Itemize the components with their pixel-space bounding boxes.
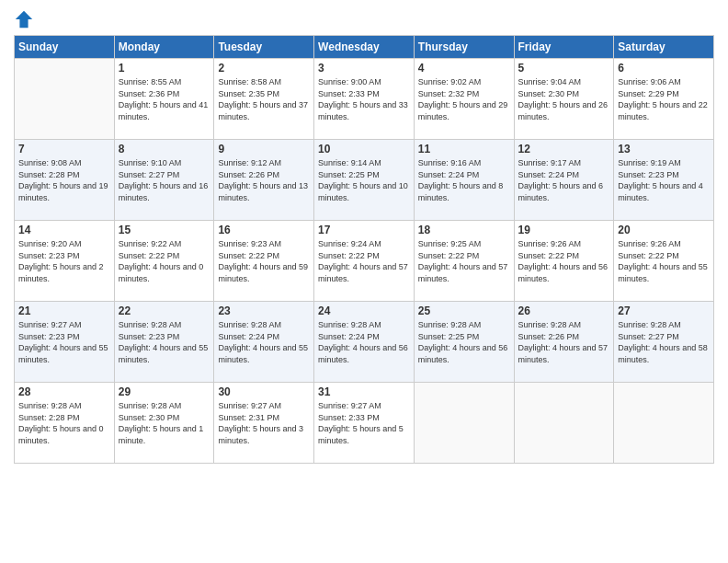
day-number: 5	[518, 62, 610, 75]
day-cell	[414, 383, 514, 464]
day-info: Sunrise: 9:26 AMSunset: 2:22 PMDaylight:…	[618, 238, 710, 284]
day-info: Sunrise: 9:28 AMSunset: 2:28 PMDaylight:…	[18, 400, 110, 446]
day-cell: 11Sunrise: 9:16 AMSunset: 2:24 PMDayligh…	[414, 140, 514, 221]
day-cell: 1Sunrise: 8:55 AMSunset: 2:36 PMDaylight…	[114, 59, 214, 140]
day-cell: 27Sunrise: 9:28 AMSunset: 2:27 PMDayligh…	[614, 302, 714, 383]
day-cell	[614, 383, 714, 464]
day-info: Sunrise: 9:28 AMSunset: 2:26 PMDaylight:…	[518, 319, 610, 365]
day-cell: 18Sunrise: 9:25 AMSunset: 2:22 PMDayligh…	[414, 221, 514, 302]
day-cell: 31Sunrise: 9:27 AMSunset: 2:33 PMDayligh…	[314, 383, 415, 464]
day-cell: 9Sunrise: 9:12 AMSunset: 2:26 PMDaylight…	[214, 140, 314, 221]
weekday-header-tuesday: Tuesday	[214, 36, 314, 59]
week-row-2: 7Sunrise: 9:08 AMSunset: 2:28 PMDaylight…	[15, 140, 714, 221]
day-cell: 7Sunrise: 9:08 AMSunset: 2:28 PMDaylight…	[15, 140, 115, 221]
day-info: Sunrise: 9:08 AMSunset: 2:28 PMDaylight:…	[18, 157, 110, 203]
day-info: Sunrise: 9:10 AMSunset: 2:27 PMDaylight:…	[119, 157, 210, 203]
day-cell: 17Sunrise: 9:24 AMSunset: 2:22 PMDayligh…	[314, 221, 415, 302]
weekday-header-row: SundayMondayTuesdayWednesdayThursdayFrid…	[15, 36, 714, 59]
weekday-header-wednesday: Wednesday	[314, 36, 415, 59]
day-number: 27	[618, 304, 710, 317]
logo	[14, 9, 38, 29]
day-info: Sunrise: 9:12 AMSunset: 2:26 PMDaylight:…	[218, 157, 310, 203]
day-number: 7	[18, 143, 110, 155]
day-info: Sunrise: 9:19 AMSunset: 2:23 PMDaylight:…	[618, 157, 710, 203]
day-info: Sunrise: 9:28 AMSunset: 2:27 PMDaylight:…	[618, 319, 710, 365]
day-info: Sunrise: 9:28 AMSunset: 2:30 PMDaylight:…	[119, 400, 210, 446]
day-number: 3	[318, 62, 410, 75]
day-number: 4	[418, 62, 510, 75]
day-cell	[514, 383, 614, 464]
day-number: 17	[318, 224, 410, 236]
week-row-4: 21Sunrise: 9:27 AMSunset: 2:23 PMDayligh…	[15, 302, 714, 383]
day-number: 18	[418, 224, 510, 236]
day-info: Sunrise: 9:02 AMSunset: 2:32 PMDaylight:…	[418, 76, 510, 122]
weekday-header-monday: Monday	[114, 36, 214, 59]
week-row-5: 28Sunrise: 9:28 AMSunset: 2:28 PMDayligh…	[15, 383, 714, 464]
day-number: 26	[518, 304, 610, 317]
day-number: 30	[218, 385, 310, 398]
day-info: Sunrise: 9:27 AMSunset: 2:31 PMDaylight:…	[218, 400, 310, 446]
day-number: 19	[518, 224, 610, 236]
day-number: 21	[18, 304, 110, 317]
svg-marker-0	[16, 11, 32, 28]
day-cell: 12Sunrise: 9:17 AMSunset: 2:24 PMDayligh…	[514, 140, 614, 221]
day-number: 9	[218, 143, 310, 155]
week-row-1: 1Sunrise: 8:55 AMSunset: 2:36 PMDaylight…	[15, 59, 714, 140]
calendar-table: SundayMondayTuesdayWednesdayThursdayFrid…	[14, 35, 714, 464]
day-number: 12	[518, 143, 610, 155]
day-number: 29	[119, 385, 210, 398]
weekday-header-thursday: Thursday	[414, 36, 514, 59]
day-info: Sunrise: 9:23 AMSunset: 2:22 PMDaylight:…	[218, 238, 310, 284]
day-cell: 28Sunrise: 9:28 AMSunset: 2:28 PMDayligh…	[15, 383, 115, 464]
day-cell: 4Sunrise: 9:02 AMSunset: 2:32 PMDaylight…	[414, 59, 514, 140]
day-cell: 25Sunrise: 9:28 AMSunset: 2:25 PMDayligh…	[414, 302, 514, 383]
day-info: Sunrise: 9:28 AMSunset: 2:23 PMDaylight:…	[119, 319, 210, 365]
weekday-header-saturday: Saturday	[614, 36, 714, 59]
day-info: Sunrise: 8:55 AMSunset: 2:36 PMDaylight:…	[119, 76, 210, 122]
day-cell: 23Sunrise: 9:28 AMSunset: 2:24 PMDayligh…	[214, 302, 314, 383]
day-number: 24	[318, 304, 410, 317]
day-cell: 29Sunrise: 9:28 AMSunset: 2:30 PMDayligh…	[114, 383, 214, 464]
day-number: 25	[418, 304, 510, 317]
day-number: 20	[618, 224, 710, 236]
page: SundayMondayTuesdayWednesdayThursdayFrid…	[0, 0, 728, 563]
day-info: Sunrise: 9:17 AMSunset: 2:24 PMDaylight:…	[518, 157, 610, 203]
day-cell: 14Sunrise: 9:20 AMSunset: 2:23 PMDayligh…	[15, 221, 115, 302]
day-info: Sunrise: 9:06 AMSunset: 2:29 PMDaylight:…	[618, 76, 710, 122]
day-number: 31	[318, 385, 410, 398]
day-info: Sunrise: 9:27 AMSunset: 2:33 PMDaylight:…	[318, 400, 410, 446]
day-cell: 3Sunrise: 9:00 AMSunset: 2:33 PMDaylight…	[314, 59, 415, 140]
day-cell: 26Sunrise: 9:28 AMSunset: 2:26 PMDayligh…	[514, 302, 614, 383]
day-cell: 20Sunrise: 9:26 AMSunset: 2:22 PMDayligh…	[614, 221, 714, 302]
day-info: Sunrise: 9:00 AMSunset: 2:33 PMDaylight:…	[318, 76, 410, 122]
day-cell: 8Sunrise: 9:10 AMSunset: 2:27 PMDaylight…	[114, 140, 214, 221]
day-info: Sunrise: 9:04 AMSunset: 2:30 PMDaylight:…	[518, 76, 610, 122]
day-info: Sunrise: 9:28 AMSunset: 2:24 PMDaylight:…	[218, 319, 310, 365]
day-info: Sunrise: 9:28 AMSunset: 2:24 PMDaylight:…	[318, 319, 410, 365]
day-info: Sunrise: 9:27 AMSunset: 2:23 PMDaylight:…	[18, 319, 110, 365]
day-number: 28	[18, 385, 110, 398]
day-cell: 30Sunrise: 9:27 AMSunset: 2:31 PMDayligh…	[214, 383, 314, 464]
day-cell: 19Sunrise: 9:26 AMSunset: 2:22 PMDayligh…	[514, 221, 614, 302]
day-cell: 15Sunrise: 9:22 AMSunset: 2:22 PMDayligh…	[114, 221, 214, 302]
day-number: 11	[418, 143, 510, 155]
day-info: Sunrise: 9:22 AMSunset: 2:22 PMDaylight:…	[119, 238, 210, 284]
day-info: Sunrise: 8:58 AMSunset: 2:35 PMDaylight:…	[218, 76, 310, 122]
day-cell: 24Sunrise: 9:28 AMSunset: 2:24 PMDayligh…	[314, 302, 415, 383]
day-number: 2	[218, 62, 310, 75]
day-cell: 6Sunrise: 9:06 AMSunset: 2:29 PMDaylight…	[614, 59, 714, 140]
day-number: 1	[119, 62, 210, 75]
day-number: 10	[318, 143, 410, 155]
day-number: 14	[18, 224, 110, 236]
day-info: Sunrise: 9:24 AMSunset: 2:22 PMDaylight:…	[318, 238, 410, 284]
day-info: Sunrise: 9:25 AMSunset: 2:22 PMDaylight:…	[418, 238, 510, 284]
day-cell: 2Sunrise: 8:58 AMSunset: 2:35 PMDaylight…	[214, 59, 314, 140]
day-number: 8	[119, 143, 210, 155]
day-cell: 21Sunrise: 9:27 AMSunset: 2:23 PMDayligh…	[15, 302, 115, 383]
weekday-header-sunday: Sunday	[15, 36, 115, 59]
header	[14, 9, 714, 29]
day-number: 15	[119, 224, 210, 236]
day-info: Sunrise: 9:14 AMSunset: 2:25 PMDaylight:…	[318, 157, 410, 203]
day-number: 23	[218, 304, 310, 317]
day-info: Sunrise: 9:16 AMSunset: 2:24 PMDaylight:…	[418, 157, 510, 203]
